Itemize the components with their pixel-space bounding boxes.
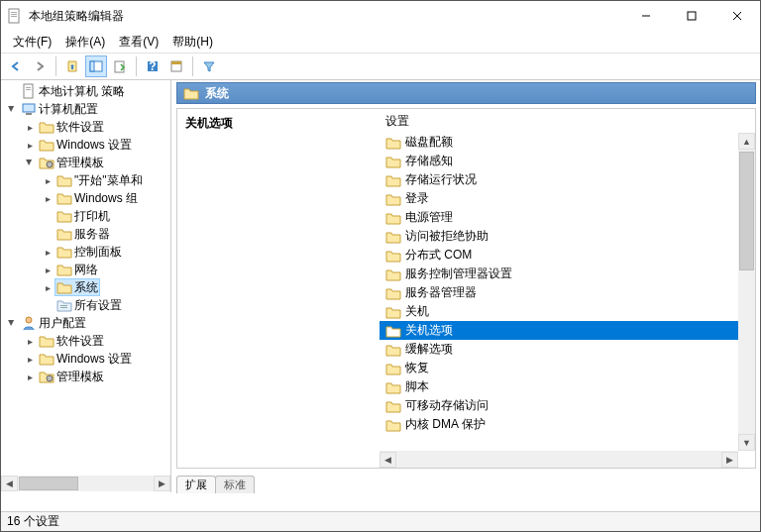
list-item[interactable]: 分布式 COM <box>380 246 755 265</box>
tree-pane[interactable]: 本地计算机 策略▸计算机配置▸软件设置▸Windows 设置▸管理模板▸"开始"… <box>1 80 171 492</box>
up-button[interactable] <box>61 55 83 77</box>
tree-node[interactable]: ▸管理模板 <box>1 154 170 171</box>
tree-label: 打印机 <box>74 208 110 225</box>
folder-icon <box>385 248 401 264</box>
tree-toggle-icon[interactable]: ▸ <box>41 247 54 258</box>
scroll-right-arrow[interactable]: ▶ <box>154 476 170 491</box>
tree-toggle-icon[interactable]: ▸ <box>5 316 19 330</box>
svg-rect-22 <box>60 307 67 308</box>
window-title: 本地组策略编辑器 <box>29 8 623 25</box>
scroll-down-arrow[interactable]: ▼ <box>738 434 755 451</box>
tree-toggle-icon[interactable]: ▸ <box>41 193 54 204</box>
help-button[interactable]: ? <box>142 55 163 77</box>
properties-button[interactable] <box>165 55 187 77</box>
list-item-label: 存储运行状况 <box>405 171 477 188</box>
folder-icon <box>385 266 401 282</box>
tree-toggle-icon[interactable]: ▸ <box>41 175 54 186</box>
tree-toggle-icon[interactable]: ▸ <box>23 156 37 169</box>
tree-toggle-icon[interactable]: ▸ <box>23 122 37 133</box>
menu-view[interactable]: 查看(V) <box>113 32 164 53</box>
list-horizontal-scrollbar[interactable]: ◀ ▶ <box>380 451 738 468</box>
tree-node[interactable]: ▸管理模板 <box>1 368 170 385</box>
menu-action[interactable]: 操作(A) <box>59 32 111 53</box>
list-item[interactable]: 缓解选项 <box>380 340 755 359</box>
tree-node[interactable]: ▸用户配置 <box>1 314 170 332</box>
tree-node[interactable]: ▸控制面板 <box>1 243 170 261</box>
folder-icon <box>39 333 54 349</box>
tab-standard[interactable]: 标准 <box>215 476 255 493</box>
folder-icon <box>56 297 72 313</box>
list-item-label: 缓解选项 <box>405 341 453 358</box>
svg-rect-18 <box>23 104 35 112</box>
tree-toggle-icon[interactable]: ▸ <box>23 372 37 382</box>
scroll-left-arrow[interactable]: ◀ <box>1 476 18 491</box>
tab-extended[interactable]: 扩展 <box>176 476 216 493</box>
scroll-right-arrow[interactable]: ▶ <box>721 452 738 468</box>
scroll-track[interactable] <box>18 476 154 491</box>
tree-label: 服务器 <box>74 226 110 243</box>
list-item-label: 可移动存储访问 <box>405 397 489 414</box>
toolbar-separator <box>192 56 193 76</box>
tree-node[interactable]: ▸计算机配置 <box>1 100 170 118</box>
tree-toggle-icon[interactable]: ▸ <box>23 336 37 347</box>
tree-toggle-icon[interactable]: ▸ <box>23 354 37 365</box>
tree-toggle-icon[interactable]: ▸ <box>41 265 54 275</box>
list-view[interactable]: 磁盘配额存储感知存储运行状况登录电源管理访问被拒绝协助分布式 COM服务控制管理… <box>380 133 755 468</box>
list-item[interactable]: 恢复 <box>380 359 755 377</box>
list-item[interactable]: 脚本 <box>380 377 755 396</box>
minimize-button[interactable] <box>623 1 669 31</box>
tree-toggle-icon[interactable]: ▸ <box>5 102 19 116</box>
tree-node[interactable]: ▸软件设置 <box>1 332 170 350</box>
menu-file[interactable]: 文件(F) <box>7 32 57 53</box>
maximize-button[interactable] <box>669 1 714 31</box>
tree-node[interactable]: 所有设置 <box>1 296 170 314</box>
folder-icon <box>56 172 72 188</box>
list-column-header[interactable]: 设置 <box>380 109 755 133</box>
scroll-thumb[interactable] <box>739 152 754 270</box>
list-item[interactable]: 访问被拒绝协助 <box>380 227 755 246</box>
list-item[interactable]: 服务控制管理器设置 <box>380 265 755 283</box>
list-item[interactable]: 服务器管理器 <box>380 283 755 302</box>
tree-node[interactable]: ▸Windows 设置 <box>1 350 170 368</box>
scroll-left-arrow[interactable]: ◀ <box>380 452 396 468</box>
export-button[interactable] <box>109 55 131 77</box>
list-item[interactable]: 内核 DMA 保护 <box>380 415 755 434</box>
forward-button[interactable] <box>29 55 51 77</box>
tree-node[interactable]: ▸Windows 组 <box>1 189 170 207</box>
tree-label: Windows 设置 <box>56 351 132 368</box>
content-pane: 系统 关机选项 设置 磁盘配额存储感知存储运行状况登录电源管理访问被拒绝协助分布… <box>171 80 760 492</box>
filter-button[interactable] <box>198 55 220 77</box>
toolbar-separator <box>136 56 137 76</box>
menu-help[interactable]: 帮助(H) <box>166 32 219 53</box>
tree-node[interactable]: ▸网络 <box>1 261 170 278</box>
scroll-up-arrow[interactable]: ▲ <box>738 133 755 150</box>
tree-node[interactable]: 本地计算机 策略 <box>1 82 170 100</box>
tree-node[interactable]: ▸Windows 设置 <box>1 136 170 154</box>
folder-icon <box>385 379 401 395</box>
svg-point-23 <box>26 317 32 323</box>
list-item[interactable]: 磁盘配额 <box>380 133 755 152</box>
list-item[interactable]: 存储运行状况 <box>380 170 755 189</box>
list-item[interactable]: 登录 <box>380 189 755 208</box>
tree-node[interactable]: ▸软件设置 <box>1 118 170 136</box>
folder-icon <box>56 244 72 260</box>
tree-toggle-icon[interactable]: ▸ <box>41 282 54 293</box>
tree-horizontal-scrollbar[interactable]: ◀ ▶ <box>1 476 170 492</box>
tree-node[interactable]: ▸系统 <box>1 278 170 296</box>
tree-node[interactable]: 打印机 <box>1 207 170 225</box>
folder-icon <box>39 351 54 367</box>
list-item-label: 关机选项 <box>405 322 453 339</box>
scroll-track[interactable] <box>396 452 721 468</box>
tree-node[interactable]: ▸"开始"菜单和 <box>1 171 170 189</box>
vertical-scrollbar[interactable]: ▲ ▼ <box>738 133 755 451</box>
tree-toggle-icon[interactable]: ▸ <box>23 140 37 151</box>
list-item[interactable]: 存储感知 <box>380 152 755 170</box>
list-item[interactable]: 关机选项 <box>380 321 755 340</box>
list-item[interactable]: 关机 <box>380 302 755 321</box>
tree-node[interactable]: 服务器 <box>1 225 170 243</box>
show-hide-tree-button[interactable] <box>85 55 107 77</box>
back-button[interactable] <box>5 55 27 77</box>
list-item[interactable]: 可移动存储访问 <box>380 396 755 415</box>
close-button[interactable] <box>714 1 760 31</box>
list-item[interactable]: 电源管理 <box>380 208 755 227</box>
